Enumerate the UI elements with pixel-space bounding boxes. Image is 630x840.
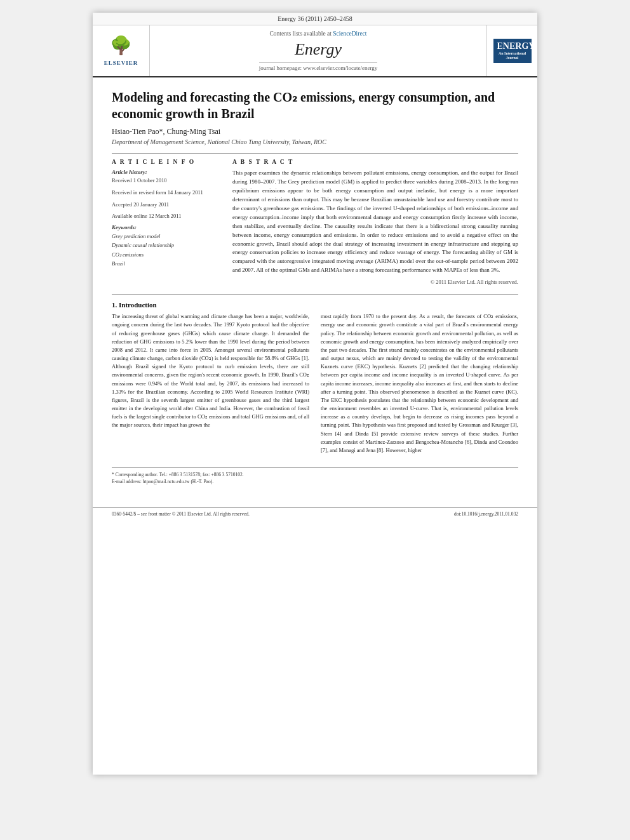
intro-section: 1. Introduction The increasing threat of… (112, 301, 518, 458)
page: Energy 36 (2011) 2450–2458 🌳 ELSEVIER Co… (93, 13, 537, 775)
journal-homepage: journal homepage: www.elsevier.com/locat… (259, 62, 378, 71)
revised-date: Received in revised form 14 January 2011 (112, 189, 220, 197)
divider-2 (112, 294, 518, 295)
top-bar: Energy 36 (2011) 2450–2458 (93, 13, 537, 25)
affiliation: Department of Management Science, Nation… (112, 138, 518, 145)
history-label: Article history: (112, 169, 220, 175)
received-date: Received 1 October 2010 (112, 177, 220, 185)
energy-badge-area: ENERGY An International Journal (486, 25, 537, 76)
article-info-header: A R T I C L E I N F O (112, 159, 220, 165)
energy-badge: ENERGY An International Journal (493, 39, 532, 63)
journal-center: Contents lists available at ScienceDirec… (150, 25, 486, 76)
volume-info: Energy 36 (2011) 2450–2458 (278, 15, 352, 22)
intro-title: 1. Introduction (112, 301, 518, 309)
energy-badge-sub: An International Journal (497, 51, 528, 60)
article-title: Modeling and forecasting the CO₂ emissio… (112, 89, 518, 122)
intro-body: The increasing threat of global warming … (112, 312, 518, 458)
intro-right-para: most rapidly from 1970 to the present da… (321, 312, 518, 455)
abstract-col: A B S T R A C T This paper examines the … (232, 159, 518, 285)
keyword-4: Brazil (112, 260, 125, 267)
article-info-col: A R T I C L E I N F O Article history: R… (112, 159, 220, 285)
footnote-email: E-mail address: htpao@mail.nctu.edu.tw (… (112, 478, 518, 485)
keyword-2: Dynamic causal relationship (112, 242, 174, 248)
abstract-header: A B S T R A C T (232, 159, 518, 165)
keywords-label: Keywords: (112, 224, 220, 230)
footnote-area: * Corresponding author. Tel.: +886 3 513… (112, 467, 518, 486)
elsevier-logo-area: 🌳 ELSEVIER (93, 25, 150, 76)
keywords-list: Grey prediction model Dynamic causal rel… (112, 232, 220, 269)
authors: Hsiao-Tien Pao*, Chung-Ming Tsai (112, 127, 518, 137)
abstract-text: This paper examines the dynamic relation… (232, 169, 518, 275)
journal-header: 🌳 ELSEVIER Contents lists available at S… (93, 25, 537, 77)
energy-badge-title: ENERGY (497, 41, 528, 51)
accepted-date: Accepted 20 January 2011 (112, 201, 220, 209)
intro-right-col: most rapidly from 1970 to the present da… (321, 312, 518, 458)
intro-left-col: The increasing threat of global warming … (112, 312, 309, 458)
elsevier-tree-icon: 🌳 (104, 35, 138, 56)
info-abstract-section: A R T I C L E I N F O Article history: R… (112, 159, 518, 285)
online-date: Available online 12 March 2011 (112, 212, 220, 220)
journal-title: Energy (295, 40, 342, 59)
sciencedirect-line: Contents lists available at ScienceDirec… (269, 30, 366, 37)
footnote-star: * Corresponding author. Tel.: +886 3 513… (112, 471, 518, 478)
keyword-3: CO₂ emissions (112, 251, 144, 258)
keyword-1: Grey prediction model (112, 233, 160, 239)
main-content: Modeling and forecasting the CO₂ emissio… (93, 77, 537, 498)
issn-line: 0360-5442/$ – see front matter © 2011 El… (112, 511, 250, 517)
sciencedirect-link[interactable]: ScienceDirect (333, 30, 366, 37)
intro-left-para: The increasing threat of global warming … (112, 312, 309, 429)
copyright: © 2011 Elsevier Ltd. All rights reserved… (232, 279, 518, 285)
elsevier-brand: ELSEVIER (104, 60, 138, 66)
bottom-bar: 0360-5442/$ – see front matter © 2011 El… (93, 507, 537, 520)
divider-1 (112, 153, 518, 154)
doi-line: doi:10.1016/j.energy.2011.01.032 (454, 511, 518, 517)
